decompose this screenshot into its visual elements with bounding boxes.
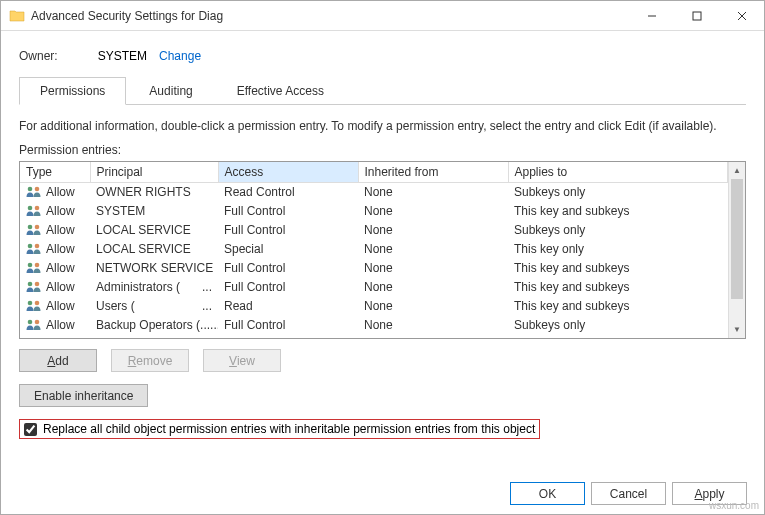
- table-row[interactable]: AllowAdministrators (...Full ControlNone…: [20, 278, 728, 297]
- svg-point-14: [28, 282, 33, 287]
- svg-point-12: [28, 263, 33, 268]
- svg-point-7: [35, 206, 40, 211]
- col-principal[interactable]: Principal: [90, 162, 218, 183]
- svg-point-6: [28, 206, 33, 211]
- svg-point-10: [28, 244, 33, 249]
- replace-children-label: Replace all child object permission entr…: [43, 422, 535, 436]
- people-icon: [26, 243, 42, 255]
- ok-button[interactable]: OK: [510, 482, 585, 505]
- close-button[interactable]: [719, 1, 764, 30]
- table-header-row: Type Principal Access Inherited from App…: [20, 162, 728, 183]
- svg-point-13: [35, 263, 40, 268]
- svg-point-15: [35, 282, 40, 287]
- window-title: Advanced Security Settings for Diag: [31, 9, 629, 23]
- replace-children-checkbox-row[interactable]: Replace all child object permission entr…: [19, 419, 540, 439]
- col-access[interactable]: Access: [218, 162, 358, 183]
- people-icon: [26, 338, 42, 339]
- info-text: For additional information, double-click…: [19, 119, 746, 133]
- table-row[interactable]: AllowLOCAL SERVICEFull ControlNoneSubkey…: [20, 221, 728, 240]
- tab-auditing[interactable]: Auditing: [128, 77, 213, 104]
- people-icon: [26, 205, 42, 217]
- minimize-button[interactable]: [629, 1, 674, 30]
- svg-point-4: [28, 187, 33, 192]
- table-row[interactable]: AllowBackup Operators (......Full Contro…: [20, 316, 728, 335]
- svg-point-18: [28, 320, 33, 325]
- people-icon: [26, 319, 42, 331]
- table-row[interactable]: AllowOWNER RIGHTSRead ControlNoneSubkeys…: [20, 183, 728, 202]
- remove-button: Remove: [111, 349, 189, 372]
- replace-children-checkbox[interactable]: [24, 423, 37, 436]
- svg-point-5: [35, 187, 40, 192]
- scroll-down-icon[interactable]: ▼: [729, 321, 745, 338]
- tab-permissions[interactable]: Permissions: [19, 77, 126, 105]
- table-row[interactable]: AllowSYSTEMFull ControlNoneThis key and …: [20, 202, 728, 221]
- maximize-button[interactable]: [674, 1, 719, 30]
- col-applies[interactable]: Applies to: [508, 162, 728, 183]
- scroll-up-icon[interactable]: ▲: [729, 162, 745, 179]
- owner-row: Owner: SYSTEM Change: [19, 49, 746, 63]
- add-button[interactable]: Add: [19, 349, 97, 372]
- svg-point-9: [35, 225, 40, 230]
- col-type[interactable]: Type: [20, 162, 90, 183]
- people-icon: [26, 300, 42, 312]
- svg-point-17: [35, 301, 40, 306]
- scroll-thumb[interactable]: [731, 179, 743, 299]
- folder-icon: [9, 8, 25, 24]
- change-owner-link[interactable]: Change: [159, 49, 201, 63]
- col-inherited[interactable]: Inherited from: [358, 162, 508, 183]
- enable-inheritance-button[interactable]: Enable inheritance: [19, 384, 148, 407]
- owner-label: Owner:: [19, 49, 58, 63]
- owner-value: SYSTEM: [98, 49, 147, 63]
- table-row[interactable]: AllowBackup Operators (SpecialNoneThis k…: [20, 335, 728, 340]
- svg-point-8: [28, 225, 33, 230]
- svg-point-19: [35, 320, 40, 325]
- entries-label: Permission entries:: [19, 143, 746, 157]
- svg-point-16: [28, 301, 33, 306]
- tab-effective-access[interactable]: Effective Access: [216, 77, 345, 104]
- people-icon: [26, 224, 42, 236]
- table-row[interactable]: AllowNETWORK SERVICEFull ControlNoneThis…: [20, 259, 728, 278]
- people-icon: [26, 186, 42, 198]
- watermark: wsxun.com: [709, 500, 759, 511]
- table-row[interactable]: AllowLOCAL SERVICESpecialNoneThis key on…: [20, 240, 728, 259]
- people-icon: [26, 262, 42, 274]
- people-icon: [26, 281, 42, 293]
- permissions-table: Type Principal Access Inherited from App…: [19, 161, 746, 339]
- titlebar: Advanced Security Settings for Diag: [1, 1, 764, 31]
- content-area: Owner: SYSTEM Change Permissions Auditin…: [1, 31, 764, 451]
- svg-rect-1: [693, 12, 701, 20]
- svg-point-11: [35, 244, 40, 249]
- view-button: View: [203, 349, 281, 372]
- tabs: Permissions Auditing Effective Access: [19, 77, 746, 105]
- vertical-scrollbar[interactable]: ▲ ▼: [728, 162, 745, 338]
- table-row[interactable]: AllowUsers (...ReadNoneThis key and subk…: [20, 297, 728, 316]
- cancel-button[interactable]: Cancel: [591, 482, 666, 505]
